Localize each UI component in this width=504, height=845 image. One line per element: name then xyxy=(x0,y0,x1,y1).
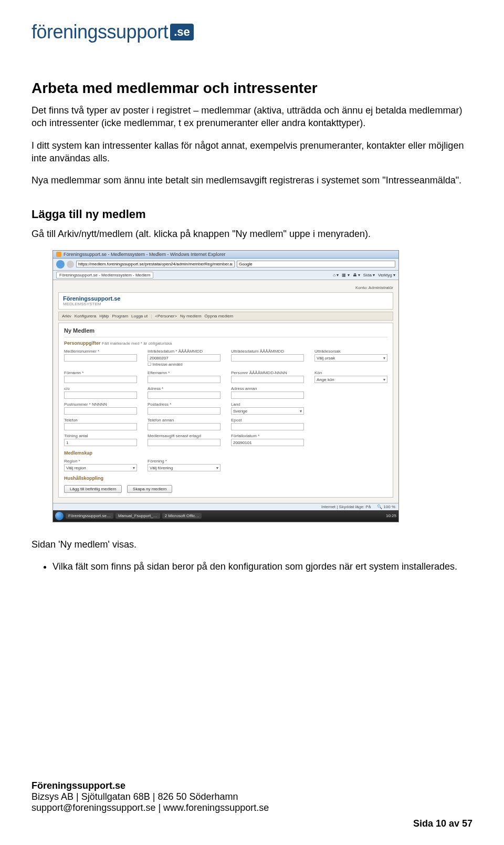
lbl-adress: Adress * xyxy=(148,386,220,391)
logo-badge: .se xyxy=(170,24,194,40)
panel-title: Ny Medlem xyxy=(64,327,387,334)
lbl-region: Region * xyxy=(64,459,137,463)
favicon-icon xyxy=(56,252,61,257)
menu-hjalp[interactable]: Hjälp xyxy=(99,314,109,318)
paragraph-4: Gå till Arkiv/nytt/medlem (alt. klicka p… xyxy=(32,228,472,240)
lbl-land: Land xyxy=(231,402,304,407)
window-title: Föreningssupport.se - Medlemssystem - Me… xyxy=(64,252,226,257)
start-orb-icon[interactable] xyxy=(55,512,64,520)
lbl-efternamn: Efternamn * xyxy=(148,370,220,375)
lbl-telefon: Telefon xyxy=(64,418,137,422)
chk-intresse[interactable]: ☐ Intresse-anmäld xyxy=(148,362,220,367)
browser-tab[interactable]: Föreningssupport.se - Medlemssystem - Me… xyxy=(56,272,153,279)
lbl-co: c/o xyxy=(64,386,137,391)
page-menu[interactable]: Sida ▾ xyxy=(363,273,375,277)
lbl-uttradeorsak: Utträdesorsak xyxy=(314,349,387,354)
footer: Föreningssupport.se Bizsys AB | Sjötullg… xyxy=(32,780,472,813)
lbl-kon: Kön xyxy=(314,370,387,375)
ie-tab-row: Föreningssupport.se - Medlemssystem - Me… xyxy=(53,271,398,280)
paragraph-5: Sidan 'Ny medlem' visas. xyxy=(32,538,472,551)
footer-brand: Föreningssupport.se xyxy=(32,780,472,791)
app-brand: Föreningssupport.se xyxy=(63,295,388,302)
home-icon[interactable]: ⌂ ▾ xyxy=(333,273,339,277)
lbl-fornamn: Förnamn * xyxy=(64,370,137,375)
logo: föreningssupport .se xyxy=(32,0,472,43)
input-postadress[interactable] xyxy=(148,407,220,415)
select-uttradeorsak[interactable]: Välj orsak xyxy=(314,354,387,362)
lbl-epost: Epost xyxy=(231,418,304,422)
embedded-screenshot: Föreningssupport.se - Medlemssystem - Me… xyxy=(52,250,399,522)
input-fornamn[interactable] xyxy=(64,376,137,383)
ie-titlebar: Föreningssupport.se - Medlemssystem - Me… xyxy=(53,251,398,259)
menu-personer[interactable]: <Personer> xyxy=(155,314,177,318)
menu-program[interactable]: Program xyxy=(112,314,128,318)
menu-arkiv[interactable]: Arkiv xyxy=(62,314,71,318)
btn-lagg-befintlig[interactable]: Lägg till befintlig medlem xyxy=(64,485,122,493)
menu-loggaut[interactable]: Logga ut xyxy=(131,314,148,318)
app-menubar: Arkiv Konfigurera Hjälp Program Logga ut… xyxy=(58,312,393,321)
section-personuppgifter: Personuppgifter xyxy=(64,341,101,346)
tools-menu[interactable]: Verktyg ▾ xyxy=(378,273,395,277)
input-co[interactable] xyxy=(64,391,137,399)
paragraph-3: Nya medlemmar som ännu inte betalt sin m… xyxy=(32,174,472,187)
menu-konfigurera[interactable]: Konfigurera xyxy=(75,314,96,318)
taskbar-item[interactable]: 2 Microsoft Offic… xyxy=(162,513,202,519)
section-medlemskap: Medlemskap xyxy=(64,450,92,456)
forward-icon[interactable] xyxy=(67,261,74,268)
status-zoom[interactable]: 🔍 100 % xyxy=(377,504,395,509)
logo-text: föreningssupport xyxy=(32,21,168,43)
url-input[interactable] xyxy=(76,261,235,267)
input-telefon-annan[interactable] xyxy=(148,423,220,430)
input-postnummer[interactable] xyxy=(64,407,137,415)
input-uttradesdatum[interactable] xyxy=(231,354,304,362)
print-icon[interactable]: 🖶 ▾ xyxy=(353,273,360,277)
page-number: Sida 10 av 57 xyxy=(413,818,472,829)
footer-contact: support@foreningssupport.se | www.foreni… xyxy=(32,802,472,813)
input-efternamn[interactable] xyxy=(148,376,220,383)
heading-sub: Lägga till ny medlem xyxy=(32,208,472,221)
app-header: Föreningssupport.se MEDLEMSSYSTEM xyxy=(58,292,393,310)
app-content: Konto: Administratör Föreningssupport.se… xyxy=(53,280,398,503)
input-telefon[interactable] xyxy=(64,423,137,430)
back-icon[interactable] xyxy=(56,260,65,269)
taskbar-clock: 10:25 xyxy=(386,513,396,518)
lbl-personnr: Personnr ÅÅÅÅMMDD-NNNN xyxy=(231,370,304,375)
heading-main: Arbeta med medlemmar och intressenter xyxy=(32,80,472,97)
menu-nymedlem[interactable]: Ny medlem xyxy=(180,314,201,318)
app-subbrand: MEDLEMSSYSTEM xyxy=(63,302,388,306)
input-personnr[interactable] xyxy=(231,376,304,383)
feed-icon[interactable]: ▦ ▾ xyxy=(342,273,349,277)
input-intradesdatum[interactable]: 20080207 xyxy=(148,354,220,362)
taskbar-item[interactable]: Manual_Fsupport_… xyxy=(116,513,160,519)
section-hint: Fält markerade med * är obligatoriska xyxy=(102,341,172,346)
menu-oppnamedlem[interactable]: Öppna medlem xyxy=(205,314,234,318)
lbl-medlemsnummer: Medlemsnummer * xyxy=(64,349,137,354)
lbl-telefon-annan: Telefon annan xyxy=(148,418,220,422)
input-tidning[interactable]: 1 xyxy=(64,439,137,446)
lbl-forening: Förening * xyxy=(148,459,220,463)
select-forening[interactable]: Välj förening xyxy=(148,464,220,471)
input-adress[interactable] xyxy=(148,391,220,399)
lbl-avgift: Medlemsavgift senast erlagd xyxy=(148,434,220,438)
input-epost[interactable] xyxy=(231,423,304,430)
lbl-postnummer: Postnummer * NNNNN xyxy=(64,402,137,407)
taskbar: Föreningssupport.se… Manual_Fsupport_… 2… xyxy=(53,510,398,522)
lbl-uttradesdatum: Utträdesdatum ÅÅÅÅMMDD xyxy=(231,349,304,354)
btn-skapa-ny[interactable]: Skapa ny medlem xyxy=(127,485,172,493)
select-land[interactable]: Sverige xyxy=(231,407,304,415)
select-kon[interactable]: Ange kön xyxy=(314,376,387,383)
search-input[interactable] xyxy=(237,261,395,267)
paragraph-2: I ditt system kan intressenter kallas fö… xyxy=(32,139,472,165)
taskbar-item[interactable]: Föreningssupport.se… xyxy=(66,513,113,519)
bullet-list: Vilka fält som finns på sidan beror på d… xyxy=(52,560,472,573)
lbl-intradesdatum: Inträdesdatum * ÅÅÅÅMMDD xyxy=(148,349,220,354)
select-region[interactable]: Välj region xyxy=(64,464,137,471)
input-adress-annan[interactable] xyxy=(231,391,304,399)
section-hushall: Hushållskoppling xyxy=(64,476,103,481)
ie-status-bar: Internet | Skyddat läge: På 🔍 100 % xyxy=(53,503,398,510)
input-medlemsnummer[interactable] xyxy=(64,354,137,362)
input-forfallo[interactable]: 20090101 xyxy=(231,439,304,446)
footer-address: Bizsys AB | Sjötullgatan 68B | 826 50 Sö… xyxy=(32,791,472,802)
account-label: Konto: Administratör xyxy=(58,285,393,292)
input-avgift[interactable] xyxy=(148,439,220,446)
